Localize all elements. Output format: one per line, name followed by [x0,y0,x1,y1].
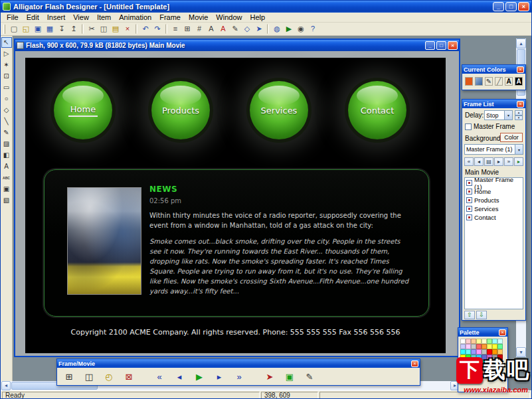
palette-swatch[interactable] [497,349,503,355]
insert-frame-button[interactable]: ⊞ [61,370,77,383]
align-menu-icon[interactable]: ≡ [169,23,181,35]
next-frame-button[interactable]: ▸ [211,370,227,383]
text-color-inverse-icon[interactable]: A [515,77,523,86]
font-color-icon[interactable]: A [217,23,229,35]
palette-swatch[interactable] [466,344,471,349]
text-color-icon[interactable]: A [505,77,513,86]
toolbar-grip[interactable] [3,25,5,34]
frame-list-item[interactable]: Services [466,204,522,213]
palette-swatch[interactable] [471,339,476,344]
watermark-url[interactable]: www.xiazaiba.com [425,386,530,394]
palette-swatch[interactable] [497,339,503,344]
minimize-button[interactable]: _ [493,2,504,11]
menu-item[interactable]: Item [93,13,115,21]
palette-title-bar[interactable]: Palette × [458,328,507,337]
nav-button-products[interactable]: Products [151,81,210,139]
palette-swatch[interactable] [482,344,487,349]
pencil-tool[interactable]: ✎ [1,127,12,138]
palette-swatch[interactable] [466,339,471,344]
master-frame-checkbox[interactable] [465,123,472,130]
first-frame-button[interactable]: « [151,370,167,383]
shape-icon[interactable]: ◇ [241,23,253,35]
palette-swatch[interactable] [492,344,497,349]
duplicate-frame-button[interactable]: ◫ [81,370,97,383]
new-document-icon[interactable]: ▢ [8,23,20,35]
zoom-icon[interactable]: ◉ [295,23,307,35]
document-minimize-button[interactable]: _ [425,41,435,50]
menu-help[interactable]: Help [246,13,269,21]
eraser-tool[interactable]: ▧ [1,195,12,206]
ellipse-tool[interactable]: ○ [1,94,12,104]
edit-frame-button[interactable]: ✎ [302,370,317,383]
menu-window[interactable]: Window [212,13,246,21]
menu-view[interactable]: View [69,13,93,21]
play-button[interactable]: ▶ [191,370,207,383]
document-title-bar[interactable]: Flash, 900 x 600, 79.9 kB (81802 bytes) … [15,40,459,51]
palette-swatch[interactable] [497,344,503,349]
frame-list-item[interactable]: Master Frame (1) [466,179,522,187]
copyright-text[interactable]: Copyright 2100 ACME Company. All rights … [25,328,446,337]
snap-icon[interactable]: # [193,23,205,35]
grid-icon[interactable]: ⊞ [181,23,193,35]
palette-swatch[interactable] [482,339,487,344]
menu-file[interactable]: File [3,13,23,21]
fill-color-swatch[interactable] [465,77,473,86]
line-tool[interactable]: ╲ [1,116,12,127]
spin-down-icon[interactable]: ▾ [515,116,523,121]
fill-tool[interactable]: ◧ [1,150,12,161]
pencil-icon[interactable]: ✎ [229,23,241,35]
text-tool[interactable]: A [1,161,12,172]
background-color-button[interactable]: Color [500,133,523,142]
close-button[interactable]: × [518,2,529,11]
select-tool[interactable]: ↖ [1,37,12,48]
preview-frame-button[interactable]: ▣ [282,370,298,383]
palette-swatch[interactable] [460,349,466,355]
panel-close-button[interactable]: × [517,66,524,73]
palette-swatch[interactable] [476,339,482,344]
palette-swatch[interactable] [471,349,476,355]
rectangle-tool[interactable]: ▭ [1,82,12,93]
document-maximize-button[interactable]: □ [436,41,446,50]
palette-swatch[interactable] [487,344,492,349]
move-frame-down-button[interactable]: ⇩ [476,311,487,319]
frame-delay-button[interactable]: ◴ [101,370,117,383]
move-frame-up-button[interactable]: ⇧ [464,311,475,319]
open-folder-icon[interactable]: ◱ [20,23,32,35]
export-icon[interactable]: ↥ [68,23,80,35]
palette-swatch[interactable] [466,349,471,355]
magic-wand-tool[interactable]: ✶ [1,60,12,70]
panel-close-button[interactable]: × [411,360,418,367]
copy-icon[interactable]: ◫ [98,23,110,35]
frame-dropdown[interactable]: Master Frame (1) ▾ [464,144,523,155]
delete-frame-button[interactable]: ⊠ [121,370,137,383]
menu-insert[interactable]: Insert [43,13,70,21]
palette-swatch[interactable] [487,339,492,344]
play-frames-button[interactable]: ▸ [514,157,523,166]
news-text-block[interactable]: NEWS 02:56 pm Within thirty minutes the … [149,185,414,296]
last-frame-button[interactable]: » [231,370,247,383]
button-tool[interactable]: ▣ [1,184,12,195]
frame-movie-title-bar[interactable]: Frame/Movie × [57,359,420,368]
last-frame-button[interactable]: » [504,157,513,166]
frame-options-button[interactable]: ▤ [484,157,493,166]
menu-animation[interactable]: Animation [115,13,155,21]
delay-spinner[interactable]: ▴ ▾ [515,110,523,120]
frame-list-item[interactable]: Products [466,196,522,204]
previous-frame-button[interactable]: ◂ [171,370,187,383]
help-icon[interactable]: ? [307,23,319,35]
news-photo[interactable] [67,187,141,295]
palette-swatch[interactable] [471,344,476,349]
previous-frame-button[interactable]: ◂ [474,157,484,166]
palette-swatch[interactable] [482,349,487,355]
scroll-left-icon[interactable]: ◂ [1,381,11,390]
subselect-tool[interactable]: ▷ [1,48,12,59]
redo-icon[interactable]: ↷ [151,23,163,35]
polygon-tool[interactable]: ◇ [1,105,12,116]
export-frame-button[interactable]: ➤ [262,370,278,383]
save-all-icon[interactable]: ▦ [44,23,56,35]
menu-edit[interactable]: Edit [23,13,43,21]
next-frame-button[interactable]: ▸ [494,157,503,166]
nav-button-contact[interactable]: Contact [348,81,406,139]
line-style-icon[interactable]: ╱ [495,77,503,86]
scroll-up-icon[interactable]: ▴ [516,39,526,48]
